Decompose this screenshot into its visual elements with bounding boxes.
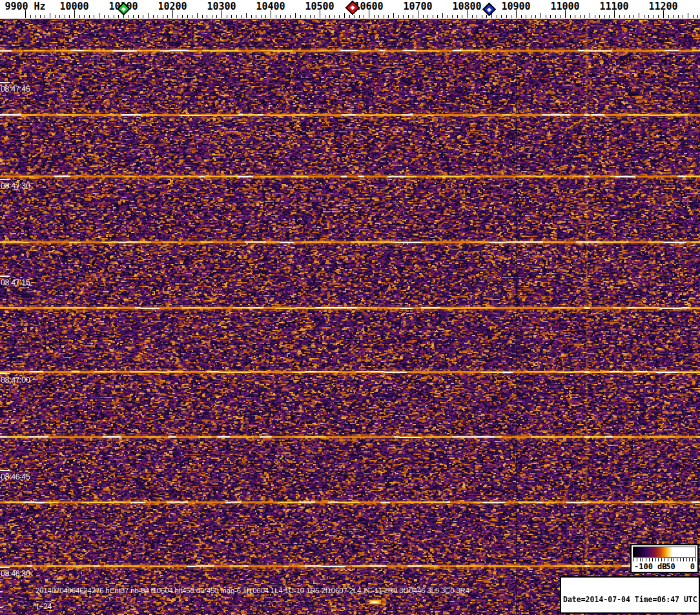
colorbar-legend: -100 dB -50 0 xyxy=(630,544,699,573)
freq-minor-tick xyxy=(639,13,639,18)
freq-minor-tick xyxy=(153,15,154,18)
freq-minor-tick xyxy=(344,13,345,18)
freq-minor-tick xyxy=(290,15,291,18)
freq-minor-tick xyxy=(227,15,227,18)
freq-minor-tick xyxy=(94,15,94,18)
colorbar-tick xyxy=(661,558,662,561)
freq-minor-tick xyxy=(354,15,355,18)
freq-label: 10000 xyxy=(59,1,88,12)
freq-minor-tick xyxy=(584,15,585,18)
freq-minor-tick xyxy=(472,15,473,18)
freq-label: 10200 xyxy=(158,1,187,12)
freq-minor-tick xyxy=(433,15,433,18)
freq-minor-tick xyxy=(629,15,630,18)
colorbar-labels: -100 dB -50 0 xyxy=(633,562,696,571)
freq-minor-tick xyxy=(546,15,546,18)
freq-minor-tick xyxy=(427,15,428,18)
freq-minor-tick xyxy=(163,15,163,18)
freq-label: 11000 xyxy=(550,1,579,12)
freq-label: 9900 Hz xyxy=(5,1,45,12)
freq-minor-tick xyxy=(231,15,232,18)
freq-minor-tick xyxy=(521,15,522,18)
time-label: 08:46:30 xyxy=(1,569,30,578)
colorbar-tick xyxy=(637,558,637,561)
freq-minor-tick xyxy=(575,15,575,18)
marker-blue-diamond-icon[interactable] xyxy=(482,2,495,15)
freq-minor-tick xyxy=(497,15,497,18)
freq-minor-tick xyxy=(30,15,31,18)
freq-minor-tick xyxy=(325,15,325,18)
freq-minor-tick xyxy=(212,15,212,18)
freq-minor-tick xyxy=(197,13,198,18)
colorbar-tick xyxy=(674,558,674,561)
freq-minor-tick xyxy=(256,15,256,18)
freq-minor-tick xyxy=(187,15,188,18)
freq-minor-tick xyxy=(118,15,119,18)
freq-minor-tick xyxy=(335,15,335,18)
frequency-ruler[interactable]: 9900 Hz100001010010200103001040010500106… xyxy=(0,0,700,19)
colorbar-tick xyxy=(633,558,634,561)
colorbar-tick xyxy=(646,558,646,561)
freq-minor-tick xyxy=(526,15,526,18)
freq-label: 10300 xyxy=(207,1,236,12)
cursor-readout: ^t+24 xyxy=(33,602,52,611)
freq-minor-tick xyxy=(462,15,462,18)
freq-minor-tick xyxy=(408,15,409,18)
freq-minor-tick xyxy=(202,15,203,18)
freq-minor-tick xyxy=(688,13,688,18)
freq-minor-tick xyxy=(89,15,90,18)
waterfall-spectrogram[interactable] xyxy=(0,19,700,615)
time-label: 08:46:45 xyxy=(1,472,30,481)
freq-minor-tick xyxy=(398,15,399,18)
freq-minor-tick xyxy=(531,15,531,18)
freq-minor-tick xyxy=(129,15,129,18)
freq-minor-tick xyxy=(535,15,536,18)
freq-minor-tick xyxy=(285,15,286,18)
freq-minor-tick xyxy=(384,15,384,18)
freq-minor-tick xyxy=(648,15,649,18)
freq-minor-tick xyxy=(300,15,301,18)
freq-minor-tick xyxy=(35,15,36,18)
freq-minor-tick xyxy=(423,15,424,18)
detection-annotation: 20140704064624276 hCnt37 nb-84 f10604 hi… xyxy=(36,587,469,594)
freq-minor-tick xyxy=(678,15,679,18)
freq-label: 11200 xyxy=(648,1,677,12)
freq-minor-tick xyxy=(697,15,698,18)
colorbar-tick xyxy=(643,558,643,561)
freq-minor-tick xyxy=(158,15,158,18)
time-label: 08:47:45 xyxy=(1,85,30,94)
freq-minor-tick xyxy=(624,15,624,18)
freq-minor-tick xyxy=(448,15,448,18)
freq-minor-tick xyxy=(550,15,551,18)
colorbar-tick xyxy=(686,558,687,561)
marker-center-dot xyxy=(486,6,491,11)
freq-label: 10800 xyxy=(452,1,481,12)
freq-minor-tick xyxy=(276,15,276,18)
colorbar-tick xyxy=(649,558,650,561)
freq-minor-tick xyxy=(693,15,694,18)
freq-label: 10500 xyxy=(305,1,334,12)
colorbar-tick xyxy=(658,558,659,561)
freq-minor-tick xyxy=(658,15,659,18)
freq-minor-tick xyxy=(84,15,85,18)
freq-minor-tick xyxy=(114,15,114,18)
colorbar-tick xyxy=(640,558,641,561)
colorbar-tick xyxy=(680,558,681,561)
freq-minor-tick xyxy=(388,15,389,18)
freq-minor-tick xyxy=(280,15,281,18)
freq-minor-tick xyxy=(65,15,65,18)
freq-minor-tick xyxy=(40,15,41,18)
colorbar-tick xyxy=(689,558,690,561)
freq-minor-tick xyxy=(506,15,507,18)
freq-minor-tick xyxy=(393,13,394,18)
freq-minor-tick xyxy=(570,15,571,18)
freq-minor-tick xyxy=(477,15,477,18)
freq-minor-tick xyxy=(167,15,168,18)
freq-minor-tick xyxy=(501,15,502,18)
freq-minor-tick xyxy=(580,15,581,18)
freq-minor-tick xyxy=(644,15,644,18)
colorbar-tick xyxy=(695,558,696,561)
freq-minor-tick xyxy=(378,15,379,18)
meteor-spectrogram-screen: 9900 Hz100001010010200103001040010500106… xyxy=(0,0,700,615)
freq-minor-tick xyxy=(104,15,105,18)
